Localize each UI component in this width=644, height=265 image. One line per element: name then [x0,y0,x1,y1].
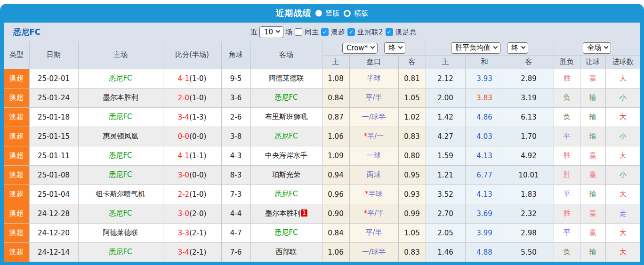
col-handicap-home: 主 [322,55,349,69]
away-team: 布里斯班狮吼 [250,107,322,127]
star-mark: * [365,190,369,198]
home-team: 悉尼FC [78,146,163,165]
match-date: 25-01-24 [29,88,78,107]
full-score: 4-1 [178,74,190,83]
league-tag: 澳超 [4,242,29,262]
away-team-name: 布里斯班狮吼 [265,112,307,121]
handicap-line: 平/半 [349,88,398,107]
match-date: 24-12-20 [29,223,78,242]
handicap-line: 一球 [349,146,398,165]
handicap-text: 一/球半 [362,248,386,256]
handicap-group-header: Crow* 终 [322,41,426,55]
odds-draw-value: 4.13 [476,190,492,199]
score-cell: 3-0(0-0) [163,165,221,185]
wdl-result: 负 [554,107,580,127]
score-cell: 3-3(2-1) [163,223,221,242]
home-team: 悉尼FC [78,165,163,185]
match-row: 澳超25-01-15惠灵顿凤凰0-0(0-0)3-8悉尼FC1.06*半/一0.… [4,127,640,146]
odds-away: 2.89 [504,69,554,88]
league-tag: 澳超 [4,127,29,146]
half-score: (2-1) [189,229,206,237]
full-score: 4-1 [178,152,190,160]
col-corner: 角球 [221,41,250,69]
ffa-cup-checkbox[interactable]: ✓ [386,28,393,36]
odds-away: 5.50 [504,242,554,262]
odds-group-header: 胜平负均值 终 [426,41,554,55]
match-count-select[interactable]: 10 [259,26,283,38]
odds-away: 4.92 [504,146,554,165]
half-score: (1-3) [189,113,206,121]
odds-draw-value: 3.99 [476,229,492,237]
away-team: 阿德莱德联 [250,69,322,88]
chevron-down-icon [604,44,609,49]
half-score: (1-0) [189,190,206,199]
away-team-name: 悉尼FC [274,132,298,140]
handicap-text: 半球 [369,190,383,198]
wdl-result: 胜 [554,204,580,223]
handicap-away-odds: 0.83 [398,242,426,262]
scope-select[interactable]: 全场 [583,42,611,54]
col-odds-home: 主 [426,55,465,69]
chevron-down-icon [370,44,375,49]
layout-vertical-radio[interactable] [315,10,322,16]
away-team: 中央海岸水手 [250,146,322,165]
odds-home: 3.52 [426,185,465,204]
handicap-home-odds: 0.94 [322,165,349,185]
layout-horizontal-radio[interactable] [344,10,351,17]
goals-result: 大 [605,69,640,88]
odds-draw: 3.99 [465,223,504,242]
handicap-away-odds: 0.93 [398,185,426,204]
handicap-away-odds: 0.99 [398,204,426,223]
bookmaker-select[interactable]: Crow* [342,43,378,54]
odds-draw-value[interactable]: 3.83 [476,94,492,102]
card-badge: 1 [301,209,307,217]
goals-result: 大 [605,146,640,165]
odds-away: 2.32 [504,204,554,223]
same-home-checkbox[interactable] [295,28,302,36]
score-cell: 3-4(2-1) [163,242,221,262]
handicap-result: 赢 [580,69,605,88]
handicap-home-odds: 1.06 [322,127,349,146]
handicap-away-odds: 0.81 [398,69,426,88]
league-tag: 澳超 [4,223,29,242]
acl2-checkbox[interactable]: ✓ [347,28,355,36]
col-goals: 进球数 [605,55,640,69]
handicap-line: 半球 [349,69,398,88]
wdl-result: 负 [554,88,580,107]
away-team: 悉尼FC [250,185,322,204]
half-score: (2-1) [189,248,206,257]
odds-home: 4.27 [426,127,465,146]
odds-away: 1.70 [504,127,554,146]
full-score: 3-4 [178,113,190,121]
handicap-away-odds: 1.05 [398,223,426,242]
wdl-result: 平 [554,185,580,204]
score-cell: 0-0(0-0) [163,127,221,146]
away-team-name: 中央海岸水手 [265,151,307,160]
chevron-down-icon [521,44,526,49]
goals-result: 大 [605,242,640,262]
goals-result: 小 [605,88,640,107]
match-date: 25-01-08 [29,165,78,185]
handicap-final-select[interactable]: 终 [384,42,405,54]
odds-final-select[interactable]: 终 [507,42,528,54]
home-team: 惠灵顿凤凰 [78,127,163,146]
handicap-line: *半球 [349,185,398,204]
odds-draw: 3.69 [465,204,504,223]
panel-titlebar: 近期战绩 竖版 横版 [0,4,644,23]
handicap-result: 输 [580,242,605,262]
handicap-result: 输 [580,127,605,146]
league-tag: 澳超 [4,88,29,107]
odds-avg-select[interactable]: 胜平负均值 [451,42,500,54]
match-date: 25-01-04 [29,185,78,204]
games-label: 场 [285,28,292,37]
match-row: 澳超25-01-11悉尼FC4-1(1-1)4-3中央海岸水手1.09一球0.8… [4,146,640,165]
score-cell: 2-2(1-0) [163,185,221,204]
corner-count: 4-7 [221,223,250,242]
home-team: 悉尼FC [78,69,163,88]
full-score: 3-0 [178,171,190,179]
odds-home: 1.21 [426,165,465,185]
aleague-checkbox[interactable]: ✓ [321,28,329,36]
col-type: 类型 [4,41,29,69]
handicap-line: 两球 [349,165,398,185]
goals-result: 大 [605,185,640,204]
